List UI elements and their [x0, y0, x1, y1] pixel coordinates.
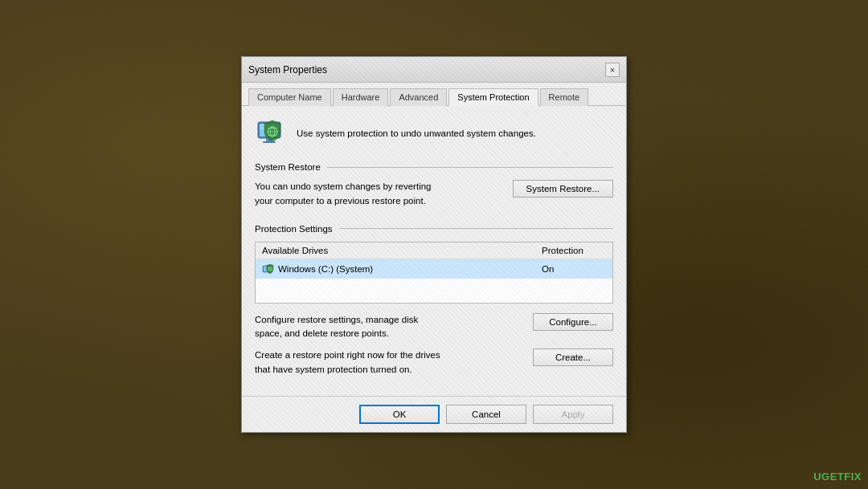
protection-status: On	[542, 264, 554, 274]
restore-description: You can undo system changes by reverting…	[255, 180, 448, 208]
col-protection-header: Protection	[542, 246, 606, 255]
dialog-title: System Properties	[248, 64, 327, 75]
restore-section: You can undo system changes by reverting…	[255, 180, 613, 208]
cancel-button[interactable]: Cancel	[446, 405, 526, 424]
col-drives-header: Available Drives	[262, 246, 542, 255]
configure-description: Configure restore settings, manage disk …	[255, 313, 448, 341]
tab-advanced[interactable]: Advanced	[390, 88, 447, 106]
tab-hardware[interactable]: Hardware	[333, 88, 389, 106]
protection-settings-title: Protection Settings	[255, 224, 333, 234]
table-row[interactable]: Windows (C:) (System) On	[256, 259, 612, 279]
section-divider	[327, 167, 613, 168]
tab-bar: Computer Name Hardware Advanced System P…	[242, 83, 626, 106]
drive-name: Windows (C:) (System)	[278, 264, 373, 274]
header-section: Use system protection to undo unwanted s…	[255, 117, 613, 149]
apply-button[interactable]: Apply	[533, 405, 613, 424]
protection-divider	[339, 228, 613, 229]
drive-icon	[262, 263, 275, 275]
create-button[interactable]: Create...	[533, 348, 613, 366]
ok-button[interactable]: OK	[359, 405, 440, 424]
dialog-footer: OK Cancel Apply	[242, 396, 626, 432]
system-properties-dialog: System Properties × Computer Name Hardwa…	[241, 56, 627, 433]
close-button[interactable]: ×	[605, 63, 620, 77]
header-description: Use system protection to undo unwanted s…	[297, 127, 536, 140]
title-bar: System Properties ×	[242, 57, 626, 83]
watermark-prefix: UG	[813, 471, 830, 483]
drive-cell: Windows (C:) (System)	[262, 263, 542, 275]
watermark-highlight: ET	[830, 471, 845, 483]
configure-section: Configure restore settings, manage disk …	[255, 313, 613, 341]
system-restore-header: System Restore	[255, 162, 613, 172]
configure-button[interactable]: Configure...	[533, 313, 613, 331]
create-section: Create a restore point right now for the…	[255, 348, 613, 377]
svg-rect-4	[263, 141, 276, 143]
watermark: UGETFIX	[813, 471, 862, 483]
protection-status-cell: On	[542, 264, 606, 274]
tab-system-protection[interactable]: System Protection	[448, 88, 538, 106]
table-empty-area	[256, 279, 612, 303]
tab-computer-name[interactable]: Computer Name	[248, 88, 331, 106]
table-header-row: Available Drives Protection	[256, 242, 612, 259]
system-restore-title: System Restore	[255, 162, 321, 172]
system-restore-button[interactable]: System Restore...	[513, 180, 613, 198]
protection-table: Available Drives Protection	[255, 242, 613, 304]
protection-settings-header: Protection Settings	[255, 224, 613, 234]
create-description: Create a restore point right now for the…	[255, 348, 448, 377]
watermark-suffix: FIX	[844, 471, 862, 483]
shield-icon	[255, 117, 287, 149]
tab-remote[interactable]: Remote	[540, 88, 589, 106]
dialog-content: Use system protection to undo unwanted s…	[242, 106, 626, 396]
